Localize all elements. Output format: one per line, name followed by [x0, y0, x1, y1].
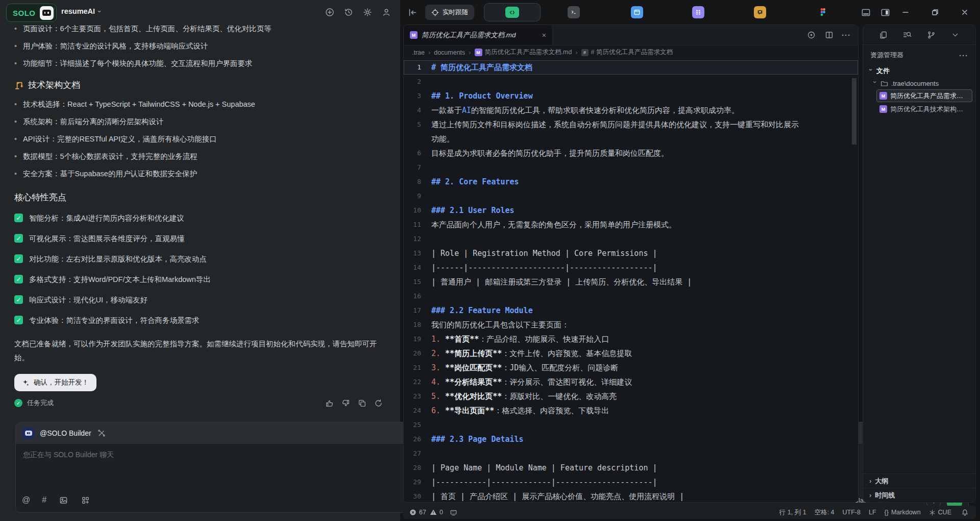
- file-tree-item[interactable]: M简历优化工具产品需求文档.md: [876, 89, 972, 102]
- mention-at-icon[interactable]: @: [22, 495, 30, 505]
- code-line[interactable]: 25: [404, 418, 858, 432]
- split-editor-icon[interactable]: [824, 30, 834, 40]
- code-line[interactable]: 29|-----------|-------------|-----------…: [404, 475, 858, 489]
- code-line[interactable]: 6目标是成为求职者必备的简历优化助手，提升简历质量和岗位匹配度。: [404, 146, 858, 160]
- window-close-button[interactable]: [953, 0, 976, 25]
- code-line[interactable]: 1# 简历优化工具产品需求文档: [404, 60, 858, 75]
- open-editors-icon[interactable]: [878, 30, 889, 40]
- thumbs-down-icon[interactable]: [341, 399, 350, 408]
- sidebar-collapse-icon[interactable]: [950, 30, 961, 40]
- code-line[interactable]: 235. **优化对比页**：原版对比、一键优化、改动高亮: [404, 389, 858, 404]
- editor-content[interactable]: 1# 简历优化工具产品需求文档23## 1. Product Overview4…: [404, 59, 858, 503]
- cursor-position[interactable]: 行 1, 列 1: [779, 508, 806, 517]
- solo-logo[interactable]: SOLO: [6, 4, 57, 22]
- problems-errors[interactable]: 67: [409, 509, 426, 516]
- code-line[interactable]: 9: [404, 189, 858, 203]
- image-attach-icon[interactable]: [58, 495, 68, 505]
- line-text: # 简历优化工具产品需求文档: [431, 60, 532, 75]
- code-line[interactable]: 14|------|---------------------|--------…: [404, 260, 858, 275]
- tools-icon[interactable]: [96, 428, 107, 438]
- breadcrumb-item[interactable]: M简历优化工具产品需求文档.md: [475, 48, 572, 57]
- confirm-start-dev-button[interactable]: 确认，开始开发！: [14, 374, 96, 391]
- tab-terminal-tool[interactable]: [568, 6, 580, 18]
- source-control-branch-icon[interactable]: [926, 30, 937, 40]
- tab-chat-tool[interactable]: [754, 6, 766, 18]
- files-section-header[interactable]: › 文件: [863, 63, 975, 78]
- closing-paragraph: 文档已准备就绪，可以作为开发团队实施的完整指导方案。如需继续进行项目初始化和代码…: [14, 337, 386, 365]
- code-line[interactable]: 12: [404, 232, 858, 246]
- regenerate-icon[interactable]: [374, 399, 383, 408]
- code-line[interactable]: 2: [404, 75, 858, 89]
- project-switcher[interactable]: resumeAI ›: [61, 7, 101, 15]
- line-text: | Page Name | Module Name | Feature desc…: [431, 461, 657, 475]
- code-line[interactable]: 5通过上传简历文件和目标岗位描述，系统自动分析简历问题并提供具体的优化建议，支持…: [404, 117, 858, 132]
- code-line[interactable]: 17### 2.2 Feature Module: [404, 303, 858, 318]
- code-line[interactable]: 8## 2. Core Features: [404, 175, 858, 189]
- follow-mode-button[interactable]: 实时跟随: [425, 5, 474, 20]
- code-line[interactable]: 4一款基于AI的智能简历优化工具，帮助求职者快速分析和优化简历内容，提高求职成功…: [404, 103, 858, 117]
- cue-toggle[interactable]: CUE: [929, 509, 951, 516]
- extensions-icon[interactable]: [80, 495, 90, 505]
- code-line[interactable]: 11本产品面向个人用户，无需复杂的角色区分，采用简单的用户注册模式。: [404, 218, 858, 232]
- code-line[interactable]: 10### 2.1 User Roles: [404, 203, 858, 218]
- code-line[interactable]: 15| 普通用户 | 邮箱注册或第三方登录 | 上传简历、分析优化、导出结果 |: [404, 275, 858, 289]
- figma-icon[interactable]: [818, 7, 828, 17]
- code-line[interactable]: 26### 2.3 Page Details: [404, 432, 858, 446]
- code-line[interactable]: 30| 首页 | 产品介绍区 | 展示产品核心价值、功能亮点、使用流程说明 |: [404, 489, 858, 503]
- timeline-section[interactable]: › 时间线: [863, 488, 975, 502]
- code-line[interactable]: 191. **首页**：产品介绍、功能展示、快速开始入口: [404, 332, 858, 346]
- code-line[interactable]: 18我们的简历优化工具包含以下主要页面：: [404, 318, 858, 332]
- indentation[interactable]: 空格: 4: [815, 508, 835, 517]
- code-line[interactable]: 27: [404, 446, 858, 461]
- code-line[interactable]: 3## 1. Product Overview: [404, 89, 858, 103]
- chat-bullet: •数据模型：5个核心数据表设计，支持完整的业务流程: [14, 151, 386, 162]
- collapse-left-icon[interactable]: [407, 7, 418, 17]
- code-line[interactable]: 功能。: [404, 132, 858, 146]
- tab-browser-tool[interactable]: [631, 6, 643, 18]
- thumbs-up-icon[interactable]: [325, 399, 334, 408]
- folder-trae-documents[interactable]: › .trae\documents: [863, 78, 975, 89]
- editor-more-actions-icon[interactable]: ···: [842, 31, 851, 39]
- notifications-bell-icon[interactable]: [960, 507, 970, 517]
- code-line[interactable]: 202. **简历上传页**：文件上传、内容预览、基本信息提取: [404, 346, 858, 361]
- code-line[interactable]: 16: [404, 289, 858, 303]
- new-chat-icon[interactable]: [325, 7, 335, 17]
- tab-requirements-doc[interactable]: M 简历优化工具产品需求文档.md ×: [404, 25, 553, 45]
- code-line[interactable]: 28| Page Name | Module Name | Feature de…: [404, 461, 858, 475]
- language-mode[interactable]: {} Markdown: [885, 509, 921, 516]
- code-line[interactable]: 213. **岗位匹配页**：JD输入、匹配度分析、问题诊断: [404, 361, 858, 375]
- tab-close-icon[interactable]: ×: [542, 31, 546, 39]
- editor-scrollbar[interactable]: [852, 78, 856, 145]
- ports-icon[interactable]: [449, 507, 459, 517]
- copy-icon[interactable]: [358, 399, 366, 408]
- open-preview-icon[interactable]: [806, 30, 816, 40]
- breadcrumb-item[interactable]: documents: [434, 49, 465, 56]
- eol-sequence[interactable]: LF: [869, 509, 876, 516]
- breadcrumb-item[interactable]: ## 简历优化工具产品需求文档: [581, 48, 673, 57]
- line-text: | 普通用户 | 邮箱注册或第三方登录 | 上传简历、分析优化、导出结果 |: [431, 275, 692, 289]
- panel-right-icon[interactable]: [880, 7, 890, 17]
- problems-warnings[interactable]: 0: [430, 509, 443, 516]
- tab-data-tool[interactable]: [692, 6, 704, 18]
- code-line[interactable]: 13| Role | Registration Method | Core Pe…: [404, 246, 858, 260]
- window-restore-button[interactable]: [924, 0, 946, 25]
- code-line[interactable]: 246. **导出页面**：格式选择、内容预览、下载导出: [404, 404, 858, 418]
- settings-gear-icon[interactable]: [362, 7, 373, 17]
- tab-code-tool[interactable]: [484, 3, 541, 21]
- line-text: 4. **分析结果页**：评分展示、雷达图可视化、详细建议: [431, 375, 632, 389]
- hash-icon[interactable]: #: [42, 495, 46, 505]
- history-icon[interactable]: [344, 7, 354, 17]
- window-minimize-button[interactable]: [894, 0, 917, 25]
- encoding[interactable]: UTF-8: [843, 509, 861, 516]
- breadcrumb-item[interactable]: .trae: [412, 49, 425, 56]
- search-files-icon[interactable]: [902, 30, 913, 40]
- code-line[interactable]: 224. **分析结果页**：评分展示、雷达图可视化、详细建议: [404, 375, 858, 389]
- code-line[interactable]: 7: [404, 160, 858, 175]
- panel-bottom-icon[interactable]: [861, 7, 871, 17]
- code-token: 通过上传简历文件和目标岗位描述，系统自动分析简历问题并提供具体的优化建议，支持一…: [431, 120, 799, 129]
- explorer-more-icon[interactable]: ···: [959, 51, 968, 60]
- account-icon[interactable]: [381, 7, 391, 17]
- line-number: 2: [404, 75, 431, 89]
- outline-section[interactable]: › 大纲: [863, 473, 975, 488]
- file-tree-item[interactable]: M简历优化工具技术架构文档.md: [876, 103, 972, 115]
